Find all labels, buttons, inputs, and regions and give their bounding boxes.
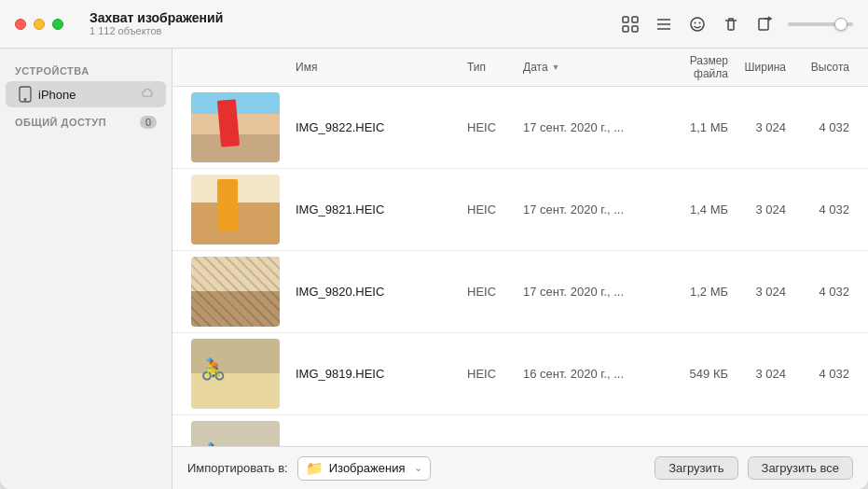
thumbnail-image bbox=[191, 92, 280, 162]
minimize-button[interactable] bbox=[34, 19, 45, 30]
import-folder-dropdown[interactable]: 📁 Изображения ⌄ bbox=[297, 456, 432, 481]
sidebar-item-iphone[interactable]: iPhone bbox=[6, 81, 166, 107]
window-subtitle: 1 112 объектов bbox=[90, 25, 223, 37]
close-button[interactable] bbox=[15, 19, 26, 30]
thumbnail-cell bbox=[191, 415, 296, 446]
main-content: Имя Тип Дата ▼ Размер файла Ширина Высот… bbox=[172, 0, 868, 489]
thumbnail-image bbox=[191, 421, 280, 446]
col-width-header[interactable]: Ширина bbox=[737, 61, 793, 74]
file-height: 4 032 bbox=[793, 285, 849, 299]
file-name: IMG_9819.HEIC bbox=[296, 367, 467, 381]
table-container[interactable]: Имя Тип Дата ▼ Размер файла Ширина Высот… bbox=[172, 49, 868, 446]
col-name-header[interactable]: Имя bbox=[296, 61, 467, 74]
cloud-icon bbox=[142, 88, 157, 102]
col-height-header[interactable]: Высота bbox=[793, 61, 849, 74]
chevron-down-icon: ⌄ bbox=[414, 462, 422, 474]
thumbnail-cell bbox=[191, 87, 296, 168]
file-width: 3 024 bbox=[737, 285, 793, 299]
toolbar bbox=[620, 14, 853, 35]
svg-rect-10 bbox=[759, 19, 768, 30]
file-date: 17 сент. 2020 г., ... bbox=[523, 285, 654, 299]
file-date: 17 сент. 2020 г., ... bbox=[523, 203, 654, 217]
file-type: HEIC bbox=[467, 120, 523, 134]
devices-section-title: УСТРОЙСТВА bbox=[0, 56, 172, 80]
file-type: HEIC bbox=[467, 203, 523, 217]
footer: Импортировать в: 📁 Изображения ⌄ Загрузи… bbox=[172, 446, 868, 489]
thumbnail-image bbox=[191, 339, 280, 409]
thumbnail-image bbox=[191, 257, 280, 327]
thumbnail-image bbox=[191, 175, 280, 244]
table-row[interactable]: IMG_9816.HEIC HEIC 16 сент. 2020 г., ...… bbox=[172, 415, 868, 446]
file-width: 3 024 bbox=[737, 367, 793, 381]
title-section: Захват изображений 1 112 объектов bbox=[90, 10, 223, 38]
file-date: 16 сент. 2020 г., ... bbox=[523, 367, 654, 381]
download-all-button[interactable]: Загрузить все bbox=[748, 456, 853, 480]
traffic-lights bbox=[15, 19, 63, 30]
svg-point-13 bbox=[24, 99, 26, 101]
file-width: 3 024 bbox=[737, 120, 793, 134]
thumbnail-cell bbox=[191, 251, 296, 332]
rotate-button[interactable] bbox=[754, 14, 775, 35]
download-button[interactable]: Загрузить bbox=[654, 456, 737, 480]
iphone-label: iPhone bbox=[38, 88, 142, 102]
titlebar: Захват изображений 1 112 объектов bbox=[0, 0, 868, 49]
window-title: Захват изображений bbox=[90, 10, 223, 26]
file-height: 4 032 bbox=[793, 203, 849, 217]
maximize-button[interactable] bbox=[52, 19, 63, 30]
face-recognition-button[interactable] bbox=[687, 14, 708, 35]
svg-rect-3 bbox=[632, 26, 638, 32]
file-height: 4 032 bbox=[793, 367, 849, 381]
zoom-slider[interactable] bbox=[788, 22, 853, 26]
delete-button[interactable] bbox=[721, 14, 741, 35]
table-row[interactable]: IMG_9820.HEIC HEIC 17 сент. 2020 г., ...… bbox=[172, 251, 868, 333]
iphone-icon bbox=[19, 86, 32, 103]
grid-view-button[interactable] bbox=[620, 14, 641, 35]
file-name: IMG_9820.HEIC bbox=[296, 285, 467, 299]
thumbnail-cell bbox=[191, 333, 296, 414]
svg-point-7 bbox=[691, 18, 704, 31]
file-date: 17 сент. 2020 г., ... bbox=[523, 120, 654, 134]
col-type-header[interactable]: Тип bbox=[467, 61, 523, 74]
file-type: HEIC bbox=[467, 285, 523, 299]
col-size-header[interactable]: Размер файла bbox=[654, 54, 737, 80]
file-size: 549 КБ bbox=[654, 367, 737, 381]
file-type: HEIC bbox=[467, 367, 523, 381]
shared-section-title: ОБЩИЙ ДОСТУП bbox=[15, 117, 140, 128]
shared-count-badge: 0 bbox=[140, 116, 157, 129]
table-row[interactable]: IMG_9821.HEIC HEIC 17 сент. 2020 г., ...… bbox=[172, 169, 868, 251]
sidebar: УСТРОЙСТВА iPhone ОБЩИЙ ДОСТУП 0 bbox=[0, 0, 172, 489]
folder-icon: 📁 bbox=[306, 460, 324, 477]
file-size: 1,2 МБ bbox=[654, 285, 737, 299]
file-size: 1,1 МБ bbox=[654, 120, 737, 134]
svg-point-8 bbox=[695, 21, 696, 23]
import-label: Импортировать в: bbox=[187, 461, 288, 475]
file-size: 1,4 МБ bbox=[654, 203, 737, 217]
main-window: Захват изображений 1 112 объектов bbox=[0, 0, 868, 489]
svg-rect-0 bbox=[623, 17, 628, 22]
col-date-header[interactable]: Дата ▼ bbox=[523, 61, 654, 74]
sort-arrow-icon: ▼ bbox=[552, 63, 560, 72]
svg-rect-1 bbox=[632, 17, 638, 22]
svg-point-9 bbox=[699, 21, 701, 23]
folder-name: Изображения bbox=[329, 461, 406, 475]
svg-rect-2 bbox=[623, 26, 628, 32]
file-name: IMG_9821.HEIC bbox=[296, 203, 467, 217]
file-name: IMG_9822.HEIC bbox=[296, 120, 467, 134]
table-row[interactable]: IMG_9822.HEIC HEIC 17 сент. 2020 г., ...… bbox=[172, 87, 868, 169]
thumbnail-cell bbox=[191, 169, 296, 250]
file-width: 3 024 bbox=[737, 203, 793, 217]
list-view-button[interactable] bbox=[654, 14, 674, 35]
file-height: 4 032 bbox=[793, 120, 849, 134]
shared-section: ОБЩИЙ ДОСТУП 0 bbox=[0, 108, 172, 133]
table-header: Имя Тип Дата ▼ Размер файла Ширина Высот… bbox=[172, 49, 868, 87]
table-row[interactable]: IMG_9819.HEIC HEIC 16 сент. 2020 г., ...… bbox=[172, 333, 868, 415]
